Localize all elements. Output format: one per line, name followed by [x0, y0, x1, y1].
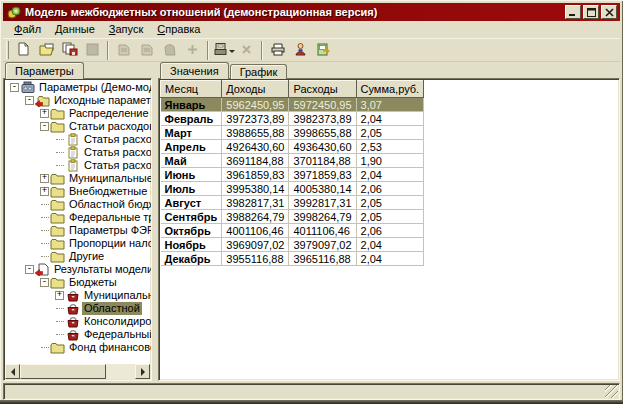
tree-item[interactable]: Параметры ФЭР [5, 224, 151, 237]
value-cell[interactable]: 3988264,79 [222, 210, 289, 224]
close-button[interactable] [601, 5, 617, 19]
tree-item[interactable]: +Распределение налогов [5, 107, 151, 120]
month-cell[interactable]: Июнь [161, 168, 222, 182]
tree-item[interactable]: Статья расходов 3 [5, 159, 151, 172]
column-header[interactable]: Месяц [161, 81, 222, 98]
tree-item-label[interactable]: Параметры ФЭР [67, 224, 152, 237]
save-as-button[interactable] [58, 40, 81, 61]
value-cell[interactable]: 4011106,46 [289, 224, 356, 238]
value-cell[interactable]: 3988655,88 [222, 126, 289, 140]
value-cell[interactable]: 3701184,88 [289, 154, 356, 168]
tree-item-label[interactable]: Распределение налогов [67, 107, 152, 120]
tree-item-label[interactable]: Параметры (Демо-модель-2 [37, 81, 152, 94]
value-cell[interactable]: 4001106,46 [222, 224, 289, 238]
value-cell[interactable]: 2,06 [356, 224, 424, 238]
tree-item-label[interactable]: Федеральные трансф [67, 211, 152, 224]
value-cell[interactable]: 1,90 [356, 154, 424, 168]
expand-toggle[interactable]: + [39, 109, 50, 118]
tree-item-label[interactable]: Областной бюджет [67, 198, 152, 211]
tree-item[interactable]: Статья расходов 1 [5, 133, 151, 146]
tree-item-label[interactable]: Фонд финансовой под [67, 341, 152, 354]
tree-item[interactable]: Фонд финансовой под [5, 341, 151, 354]
value-cell[interactable]: 2,53 [356, 140, 424, 154]
expand-toggle[interactable]: + [54, 291, 65, 300]
value-cell[interactable]: 2,04 [356, 252, 424, 266]
month-cell[interactable]: Сентябрь [161, 210, 222, 224]
value-cell[interactable]: 3982817,31 [222, 196, 289, 210]
month-cell[interactable]: Август [161, 196, 222, 210]
exit-button[interactable] [312, 40, 335, 61]
tree-item[interactable]: Другие [5, 250, 151, 263]
dropdown-caret-icon[interactable] [229, 50, 235, 56]
tree-item-label[interactable]: Статья расходов 3 [82, 159, 152, 172]
expand-toggle[interactable]: + [39, 187, 50, 196]
value-cell[interactable]: 3998655,88 [289, 126, 356, 140]
value-cell[interactable]: 3691184,88 [222, 154, 289, 168]
value-cell[interactable]: 5972450,95 [289, 98, 356, 112]
menu-help[interactable]: Справка [150, 22, 207, 37]
tree-item[interactable]: Областной [5, 302, 151, 315]
scroll-left-button[interactable] [5, 364, 20, 379]
value-cell[interactable]: 4936430,60 [289, 140, 356, 154]
collapse-toggle[interactable]: - [24, 96, 35, 105]
value-cell[interactable]: 2,05 [356, 126, 424, 140]
toolbar-grip[interactable] [6, 41, 9, 59]
tree-item[interactable]: Консолидированн [5, 315, 151, 328]
expand-toggle[interactable]: + [39, 174, 50, 183]
tree-item[interactable]: Статья расходов 2 [5, 146, 151, 159]
tree-item[interactable]: -Бюджеты [5, 276, 151, 289]
table-row[interactable]: Март3988655,883998655,882,05 [161, 126, 424, 140]
tab-chart[interactable]: График [230, 64, 288, 79]
value-cell[interactable]: 2,04 [356, 112, 424, 126]
table-row[interactable]: Февраль3972373,893982373,892,04 [161, 112, 424, 126]
value-cell[interactable]: 3979097,02 [289, 238, 356, 252]
maximize-button[interactable] [583, 5, 599, 19]
tree-item[interactable]: Федеральные трансф [5, 211, 151, 224]
tree-item-label[interactable]: Пропорции налогов [67, 237, 152, 250]
month-cell[interactable]: Апрель [161, 140, 222, 154]
month-cell[interactable]: Июль [161, 182, 222, 196]
month-cell[interactable]: Май [161, 154, 222, 168]
value-cell[interactable]: 3995380,14 [222, 182, 289, 196]
scroll-right-button[interactable] [135, 364, 150, 379]
export-button[interactable] [212, 40, 235, 61]
table-row[interactable]: Август3982817,313992817,312,05 [161, 196, 424, 210]
tree-horizontal-scrollbar[interactable] [5, 364, 150, 379]
tree-item-label[interactable]: Муниципальных о [82, 289, 152, 302]
tree-item-label[interactable]: Результаты моделирован [52, 263, 152, 276]
tree-item-label[interactable]: Муниципальные образ [67, 172, 152, 185]
tree-item-label[interactable]: Другие [67, 250, 106, 263]
month-cell[interactable]: Февраль [161, 112, 222, 126]
collapse-toggle[interactable]: - [39, 278, 50, 287]
value-cell[interactable]: 2,04 [356, 168, 424, 182]
collapse-toggle[interactable]: - [24, 265, 35, 274]
tree-item[interactable]: -Параметры (Демо-модель-2 [5, 81, 151, 94]
table-row[interactable]: Январь5962450,955972450,953,07 [161, 98, 424, 112]
table-row[interactable]: Октябрь4001106,464011106,462,06 [161, 224, 424, 238]
value-cell[interactable]: 3982373,89 [289, 112, 356, 126]
tab-values[interactable]: Значения [160, 62, 229, 79]
tree-item-label[interactable]: Областной [82, 302, 142, 315]
value-cell[interactable]: 3972373,89 [222, 112, 289, 126]
tab-parameters[interactable]: Параметры [5, 62, 84, 79]
tree-item-label[interactable]: Исходные параметры [52, 94, 152, 107]
tree-item[interactable]: Пропорции налогов [5, 237, 151, 250]
tree-item-label[interactable]: Статьи расходов [67, 120, 152, 133]
tree-item[interactable]: Областной бюджет [5, 198, 151, 211]
tree-item[interactable]: +Внебюджетные фонды [5, 185, 151, 198]
value-cell[interactable]: 3961859,83 [222, 168, 289, 182]
month-cell[interactable]: Март [161, 126, 222, 140]
tree-item[interactable]: +Муниципальных о [5, 289, 151, 302]
tree-item[interactable]: -Статьи расходов [5, 120, 151, 133]
minimize-button[interactable] [565, 5, 581, 19]
column-header[interactable]: Расходы [289, 81, 356, 98]
print-button[interactable] [266, 40, 289, 61]
resize-grip[interactable] [605, 385, 618, 398]
table-row[interactable]: Ноябрь3969097,023979097,022,04 [161, 238, 424, 252]
value-cell[interactable]: 3971859,83 [289, 168, 356, 182]
tree-item[interactable]: +Муниципальные образ [5, 172, 151, 185]
value-cell[interactable]: 2,05 [356, 196, 424, 210]
menu-run[interactable]: Запуск [102, 22, 150, 37]
month-cell[interactable]: Ноябрь [161, 238, 222, 252]
tree-item[interactable]: Федеральный [5, 328, 151, 341]
